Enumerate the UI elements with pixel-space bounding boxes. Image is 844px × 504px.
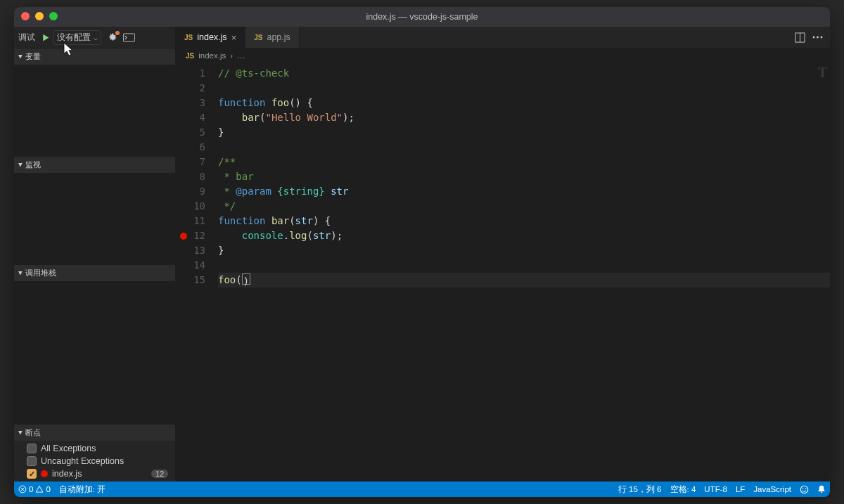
code-line[interactable]: } [218,243,830,258]
line-number[interactable]: 11 [176,214,218,228]
window-controls [21,12,58,20]
tab-label: app.js [267,32,290,42]
editor-area: JSindex.js×JSapp.js JS index.js › … 1234… [176,27,830,482]
chevron-down-icon: ▸ [16,271,25,276]
debug-settings-button[interactable] [107,32,117,43]
svg-point-11 [805,488,806,489]
debug-config-label: 没有配置 [57,32,91,44]
chevron-down-icon: ▸ [16,163,25,167]
indentation-button[interactable]: 空格: 4 [666,484,701,495]
line-number[interactable]: 2 [176,81,218,96]
bell-icon [817,485,826,494]
watch-section-header[interactable]: ▸ 监视 [14,156,175,173]
line-number[interactable]: 3 [176,96,218,110]
svg-point-5 [821,37,823,39]
checkbox[interactable] [27,456,37,466]
settings-badge-icon [115,31,120,35]
problems-button[interactable]: 0 0 [14,485,55,493]
checkbox[interactable] [27,444,37,453]
window-title: index.js — vscode-js-sample [14,12,830,22]
line-number[interactable]: 15 [176,273,218,287]
line-number[interactable]: 6 [176,140,218,155]
line-number[interactable]: 13 [176,243,218,258]
chevron-down-icon: ▸ [16,431,25,435]
start-debug-button[interactable] [39,33,51,42]
code-line[interactable] [218,140,830,155]
code-line[interactable]: foo() [218,273,830,287]
debug-toolbar: 调试 没有配置 ⌵ [14,27,175,48]
breadcrumb-file: index.js [198,51,226,60]
svg-point-4 [817,37,819,39]
breadcrumb-tail: … [237,51,245,60]
code-line[interactable]: } [218,125,830,140]
eol-button[interactable]: LF [731,484,749,495]
debug-label: 调试 [18,32,35,44]
line-number[interactable]: 4 [176,110,218,125]
breakpoint-item[interactable]: ✓index.js12 [14,467,175,480]
breakpoint-label: Uncaught Exceptions [41,456,124,466]
code-line[interactable]: bar("Hello World"); [218,110,830,125]
maximize-window-icon[interactable] [49,12,58,20]
notifications-button[interactable] [813,484,830,495]
svg-point-9 [800,486,808,493]
minimize-window-icon[interactable] [35,12,44,20]
line-number[interactable]: 5 [176,125,218,140]
encoding-button[interactable]: UTF-8 [700,484,731,495]
line-number[interactable]: 7 [176,155,218,169]
editor-tab[interactable]: JSapp.js [245,27,300,48]
code-line[interactable]: */ [218,199,830,214]
line-number[interactable]: 14 [176,258,218,273]
line-gutter[interactable]: 123456789101112131415 [176,63,218,482]
breadcrumb-sep-icon: › [230,51,233,60]
debug-config-select[interactable]: 没有配置 ⌵ [53,30,101,45]
watch-panel [14,173,175,264]
code-line[interactable] [218,81,830,96]
close-window-icon[interactable] [21,12,30,20]
close-tab-icon[interactable]: × [231,32,237,43]
breakpoint-label: All Exceptions [41,444,96,453]
minimap[interactable]: T [818,65,827,81]
code-line[interactable]: // @ts-check [218,66,830,81]
line-number[interactable]: 1 [176,66,218,81]
language-mode-button[interactable]: JavaScript [749,484,795,495]
breakpoint-dot-icon[interactable] [180,233,187,240]
code-line[interactable]: function foo() { [218,96,830,110]
code-editor[interactable]: 123456789101112131415 // @ts-checkfuncti… [176,63,830,482]
callstack-section-header[interactable]: ▸ 调用堆栈 [14,264,175,281]
line-number[interactable]: 9 [176,184,218,199]
breakpoints-section-header[interactable]: ▸ 断点 [14,424,175,441]
code-line[interactable]: /** [218,155,830,169]
status-bar: 0 0 自动附加: 开 行 15，列 6 空格: 4 UTF-8 LF Java… [14,482,830,497]
auto-attach-button[interactable]: 自动附加: 开 [55,484,110,495]
svg-point-10 [803,488,803,489]
bracket-match-icon: ) [242,273,250,285]
debug-console-button[interactable] [123,33,135,42]
breadcrumb[interactable]: JS index.js › … [176,48,830,63]
code-line[interactable]: * bar [218,169,830,184]
checkbox[interactable]: ✓ [27,469,37,479]
code-content[interactable]: // @ts-checkfunction foo() { bar("Hello … [218,63,830,482]
cursor-position-button[interactable]: 行 15，列 6 [614,484,666,495]
breakpoint-item[interactable]: All Exceptions [14,442,175,455]
code-line[interactable] [218,258,830,273]
warning-icon [35,485,44,493]
line-number[interactable]: 8 [176,169,218,184]
variables-section-header[interactable]: ▸ 变量 [14,48,175,65]
split-editor-button[interactable] [795,32,805,43]
feedback-button[interactable] [795,484,813,495]
line-number[interactable]: 12 [176,228,218,243]
breakpoint-label: index.js [52,469,82,479]
variables-label: 变量 [25,51,41,62]
line-number[interactable]: 10 [176,199,218,214]
code-line[interactable]: * @param {string} str [218,184,830,199]
code-line[interactable]: console.log(str); [218,228,830,243]
more-actions-button[interactable] [812,36,823,39]
debug-sidebar: 调试 没有配置 ⌵ ▸ 变量 [14,27,176,482]
warning-count: 0 [46,485,50,493]
breakpoint-dot-icon [41,470,48,477]
breakpoint-item[interactable]: Uncaught Exceptions [14,455,175,467]
chevron-down-icon: ⌵ [94,34,98,41]
code-line[interactable]: function bar(str) { [218,214,830,228]
editor-tab[interactable]: JSindex.js× [176,27,245,48]
tab-label: index.js [197,32,226,42]
